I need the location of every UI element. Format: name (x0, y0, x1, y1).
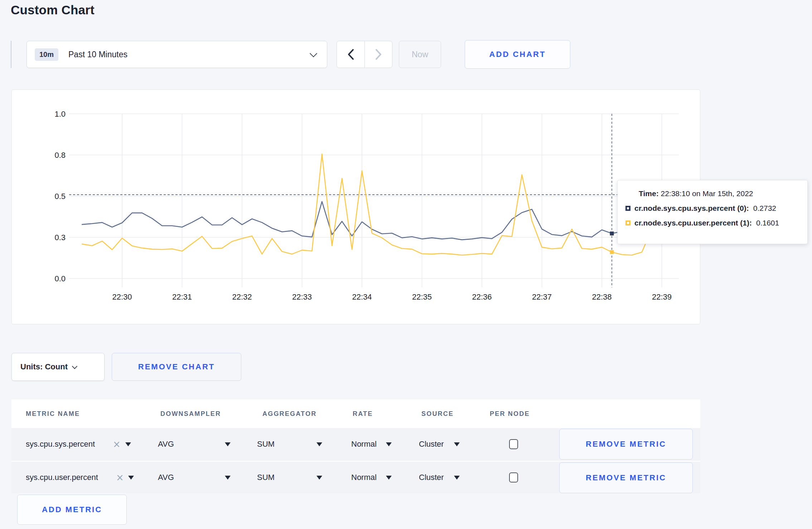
caret-down-icon (225, 442, 231, 446)
column-header-aggregator: AGGREGATOR (262, 399, 316, 428)
timeseries-chart[interactable]: 0.00.30.50.81.022:3022:3122:3222:3322:34… (12, 90, 700, 324)
svg-text:0.5: 0.5 (54, 192, 66, 201)
tooltip-time-row: Time: 22:38:10 on Mar 15th, 2022 (639, 189, 807, 198)
caret-down-icon (454, 476, 460, 480)
downsampler-dropdown[interactable] (225, 462, 231, 493)
svg-text:22:34: 22:34 (352, 292, 372, 301)
svg-text:22:32: 22:32 (232, 292, 252, 301)
rate-dropdown[interactable] (386, 428, 392, 460)
svg-text:22:36: 22:36 (472, 292, 492, 301)
custom-chart-page: Custom Chart 10m Past 10 Minutes Now ADD… (0, 0, 812, 529)
caret-down-icon (125, 442, 131, 446)
downsampler-select[interactable]: AVG (158, 462, 174, 493)
tooltip-series-row: cr.node.sys.cpu.sys.percent (0): 0.2732 (625, 204, 807, 213)
time-range-label: Past 10 Minutes (68, 50, 127, 59)
source-dropdown[interactable] (454, 428, 460, 460)
tooltip-series-value: 0.2732 (753, 204, 776, 213)
aggregator-select[interactable]: SUM (257, 462, 275, 493)
now-button[interactable]: Now (399, 41, 441, 68)
units-label: Units: Count (20, 362, 68, 372)
caret-down-icon (386, 476, 392, 480)
svg-text:0.3: 0.3 (54, 233, 66, 242)
svg-text:0.8: 0.8 (54, 151, 66, 160)
tooltip-series-name: cr.node.sys.cpu.sys.percent (0): (634, 204, 749, 213)
chevron-left-icon (346, 48, 356, 61)
column-header-source: SOURCE (421, 399, 454, 428)
remove-metric-button[interactable]: REMOVE METRIC (559, 429, 693, 460)
remove-metric-button[interactable]: REMOVE METRIC (559, 462, 693, 493)
chevron-down-icon (310, 49, 317, 57)
units-select[interactable]: Units: Count (11, 353, 105, 381)
column-header-per-node: PER NODE (490, 399, 530, 428)
checkbox-icon (509, 472, 518, 482)
svg-text:22:30: 22:30 (112, 292, 132, 301)
metrics-table-header: METRIC NAME DOWNSAMPLER AGGREGATOR RATE … (11, 399, 700, 428)
aggregator-dropdown[interactable] (316, 462, 322, 493)
caret-down-icon (316, 476, 322, 480)
tooltip-time-value: 22:38:10 on Mar 15th, 2022 (661, 189, 753, 198)
column-header-downsampler: DOWNSAMPLER (160, 399, 221, 428)
svg-text:22:38: 22:38 (592, 292, 612, 301)
caret-down-icon (316, 442, 322, 446)
time-nav-group (337, 41, 392, 68)
svg-text:1.0: 1.0 (54, 110, 66, 118)
per-node-checkbox[interactable] (509, 462, 518, 493)
time-back-button[interactable] (337, 41, 364, 68)
metric-name-dropdown[interactable] (125, 428, 131, 460)
chart-card: 0.00.30.50.81.022:3022:3122:3222:3322:34… (11, 89, 700, 324)
downsampler-select[interactable]: AVG (158, 428, 174, 460)
caret-down-icon (454, 442, 460, 446)
time-forward-button[interactable] (364, 41, 392, 68)
downsampler-dropdown[interactable] (225, 428, 231, 460)
svg-text:22:33: 22:33 (292, 292, 312, 301)
svg-text:22:35: 22:35 (412, 292, 432, 301)
metric-table-row: sys.cpu.sys.percent × AVG SUM Normal Clu… (11, 428, 700, 460)
chevron-right-icon (374, 48, 383, 61)
rate-dropdown[interactable] (386, 462, 392, 493)
svg-text:22:31: 22:31 (172, 292, 192, 301)
close-icon[interactable]: × (113, 428, 121, 460)
source-select[interactable]: Cluster (419, 462, 444, 493)
chart-hover-tooltip: Time: 22:38:10 on Mar 15th, 2022 cr.node… (617, 180, 808, 244)
tooltip-series-row: cr.node.sys.cpu.user.percent (1): 0.1601 (625, 219, 807, 227)
add-metric-button[interactable]: ADD METRIC (17, 495, 127, 525)
tooltip-series-value: 0.1601 (756, 219, 779, 227)
series-swatch-icon (625, 206, 630, 211)
metric-name-value[interactable]: sys.cpu.sys.percent (26, 428, 95, 460)
caret-down-icon (225, 476, 231, 480)
tooltip-series-name: cr.node.sys.cpu.user.percent (1): (634, 219, 752, 227)
aggregator-dropdown[interactable] (316, 428, 322, 460)
svg-text:22:37: 22:37 (532, 292, 552, 301)
per-node-checkbox[interactable] (509, 428, 518, 460)
page-title: Custom Chart (11, 3, 95, 17)
metric-name-dropdown[interactable] (128, 462, 134, 493)
close-icon[interactable]: × (116, 462, 124, 493)
aggregator-select[interactable]: SUM (257, 428, 275, 460)
add-chart-button[interactable]: ADD CHART (465, 40, 570, 69)
caret-down-icon (386, 442, 392, 446)
time-range-select[interactable]: 10m Past 10 Minutes (26, 41, 327, 68)
toolbar-divider (11, 41, 11, 68)
rate-select[interactable]: Normal (351, 428, 377, 460)
remove-chart-button[interactable]: REMOVE CHART (112, 353, 241, 381)
svg-text:22:39: 22:39 (652, 292, 672, 301)
metric-table-row: sys.cpu.user.percent × AVG SUM Normal Cl… (11, 461, 700, 493)
metric-name-value[interactable]: sys.cpu.user.percent (26, 462, 98, 493)
source-select[interactable]: Cluster (419, 428, 444, 460)
checkbox-icon (509, 439, 518, 449)
column-header-metric-name: METRIC NAME (26, 399, 80, 428)
svg-text:0.0: 0.0 (54, 274, 66, 283)
column-header-rate: RATE (353, 399, 373, 428)
source-dropdown[interactable] (454, 462, 460, 493)
series-swatch-icon (625, 220, 630, 225)
tooltip-time-label: Time: (639, 189, 659, 198)
chevron-down-icon (72, 363, 78, 369)
caret-down-icon (128, 476, 134, 480)
rate-select[interactable]: Normal (351, 462, 377, 493)
time-range-badge: 10m (35, 48, 58, 61)
